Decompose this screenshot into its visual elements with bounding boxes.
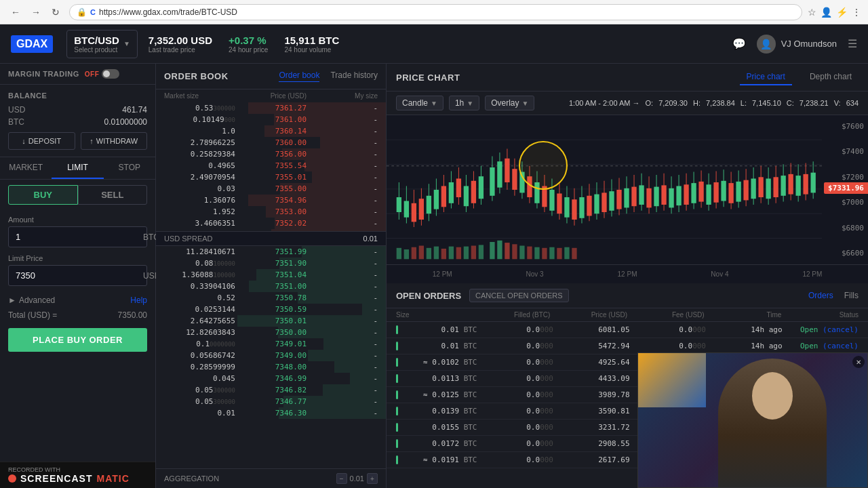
agg-decrease-button[interactable]: − xyxy=(336,473,347,484)
open-value: 7,209.30 xyxy=(658,99,688,107)
tab-stop[interactable]: STOP xyxy=(104,157,155,179)
main-content: MARGIN TRADING OFF BALANCE USD 461.74 BT… xyxy=(0,64,868,488)
table-row[interactable]: 0.01 BTC 0.0000 6081.05 0.0000 14h ago O… xyxy=(387,322,868,338)
ask-row[interactable]: 0.4965 7355.54 - xyxy=(156,160,386,171)
message-icon[interactable]: 💬 xyxy=(732,37,746,50)
volume-label: V: xyxy=(834,99,841,107)
order-status: Open (cancel) xyxy=(783,342,859,350)
bid-row[interactable]: 0.05300000 7346.82 - xyxy=(156,384,386,396)
tab-market[interactable]: MARKET xyxy=(0,157,52,179)
nav-trade-history[interactable]: Trade history xyxy=(330,70,378,82)
bid-row[interactable]: 2.64275655 7350.01 - xyxy=(156,315,386,327)
svg-rect-31 xyxy=(490,167,494,196)
bid-row[interactable]: 0.05300000 7346.77 - xyxy=(156,396,386,407)
toggle-button[interactable] xyxy=(102,69,119,79)
candle-dropdown[interactable]: Candle ▼ xyxy=(396,96,443,110)
ask-row[interactable]: 3.4606351 7352.02 - xyxy=(156,218,386,229)
menu-icon[interactable]: ⋮ xyxy=(852,7,861,18)
bid-row[interactable]: 0.0253144 7350.59 - xyxy=(156,304,386,315)
tab-fills[interactable]: Fills xyxy=(844,291,859,300)
right-panel: PRICE CHART Price chart Depth chart Cand… xyxy=(387,64,868,488)
ask-row[interactable]: 0.53300000 7361.27 - xyxy=(156,102,386,114)
address-bar[interactable]: 🔒 C https://www.gdax.com/trade/BTC-USD xyxy=(69,4,802,20)
extension-icon[interactable]: ⚡ xyxy=(836,7,848,18)
cancel-order-link[interactable]: (cancel) xyxy=(823,325,859,334)
timeframe-dropdown[interactable]: 1h ▼ xyxy=(449,96,479,110)
tab-orders[interactable]: Orders xyxy=(808,291,833,300)
cancel-order-link[interactable]: (cancel) xyxy=(823,342,859,350)
timeframe-chevron-icon: ▼ xyxy=(467,100,473,107)
bid-row[interactable]: 0.28599999 7348.00 - xyxy=(156,361,386,373)
svg-rect-13 xyxy=(419,199,424,220)
bid-my-size: - xyxy=(307,397,378,406)
order-fee: 0.0000 xyxy=(630,342,707,350)
ask-size: 0.10149000 xyxy=(164,115,235,124)
ask-row[interactable]: 0.25829384 7356.00 - xyxy=(156,148,386,160)
profile-icon[interactable]: 👤 xyxy=(821,7,832,18)
bid-row[interactable]: 12.82603843 7350.00 - xyxy=(156,327,386,338)
agg-increase-button[interactable]: + xyxy=(367,473,378,484)
bid-row[interactable]: 0.08100000 7351.90 - xyxy=(156,258,386,269)
withdraw-button[interactable]: ↑ WITHDRAW xyxy=(81,132,148,150)
order-filled: 0.0000 xyxy=(477,455,554,464)
product-selector[interactable]: BTC/USD Select product ▼ xyxy=(66,30,138,58)
ask-row[interactable]: 0.10149000 7361.00 - xyxy=(156,114,386,125)
video-face xyxy=(752,372,793,420)
ask-row[interactable]: 0.90800489 7352.01 - xyxy=(156,229,386,231)
svg-rect-128 xyxy=(471,246,476,260)
cancel-all-orders-button[interactable]: CANCEL OPEN ORDERS xyxy=(469,289,569,302)
ask-my-size: - xyxy=(307,207,378,216)
ask-row[interactable]: 1.0 7360.14 - xyxy=(156,125,386,137)
ask-row[interactable]: 1.952 7353.00 - xyxy=(156,206,386,218)
logo: GDAX xyxy=(11,35,53,53)
bid-row[interactable]: 0.01 7346.30 - xyxy=(156,407,386,419)
video-close-button[interactable]: ✕ xyxy=(852,356,865,368)
ask-row[interactable]: 2.49070954 7355.01 - xyxy=(156,171,386,183)
amount-input[interactable] xyxy=(9,227,136,247)
ask-price: 7355.01 xyxy=(235,173,307,182)
candle-time-range: 1:00 AM - 2:00 AM → xyxy=(569,99,640,107)
nav-order-book[interactable]: Order book xyxy=(279,70,319,82)
menu-hamburger-icon[interactable]: ☰ xyxy=(848,37,857,50)
ask-row[interactable]: 1.36076 7354.96 - xyxy=(156,195,386,206)
bid-row[interactable]: 0.045 7346.99 - xyxy=(156,373,386,384)
username: VJ Omundson xyxy=(781,39,837,49)
svg-rect-27 xyxy=(471,181,476,203)
limit-price-input[interactable] xyxy=(9,266,136,285)
bid-row[interactable]: 0.52 7350.78 - xyxy=(156,292,386,304)
bid-row[interactable]: 11.28410671 7351.99 - xyxy=(156,246,386,258)
svg-rect-103 xyxy=(758,177,763,197)
bid-size: 0.10000000 xyxy=(164,340,235,348)
help-link[interactable]: Help xyxy=(130,296,147,305)
refresh-button[interactable]: ↻ xyxy=(47,5,64,19)
tab-limit[interactable]: LIMIT xyxy=(52,157,103,179)
deposit-button[interactable]: ↓ DEPOSIT xyxy=(8,132,75,150)
tab-price-chart[interactable]: Price chart xyxy=(740,69,792,85)
price-label-6600: $6600 xyxy=(822,249,868,258)
bid-row[interactable]: 1.36088100000 7351.04 - xyxy=(156,269,386,281)
order-size: 0.0113 BTC xyxy=(401,374,477,383)
advanced-label: ► Advanced xyxy=(8,296,55,305)
svg-rect-121 xyxy=(419,246,424,260)
svg-rect-133 xyxy=(512,244,517,259)
ask-row[interactable]: 2.78966225 7360.00 - xyxy=(156,137,386,148)
screencast-brand: SCREENCAST MATIC xyxy=(8,473,130,484)
svg-rect-135 xyxy=(527,247,532,260)
bid-row[interactable]: 0.05686742 7349.00 - xyxy=(156,350,386,361)
overlay-dropdown[interactable]: Overlay ▼ xyxy=(485,96,534,110)
order-status: Open (cancel) xyxy=(783,325,859,334)
bookmark-icon[interactable]: ☆ xyxy=(808,7,816,18)
order-price: 5472.94 xyxy=(553,342,630,350)
bid-row[interactable]: 0.10000000 7349.01 - xyxy=(156,338,386,350)
back-button[interactable]: ← xyxy=(7,5,24,19)
place-order-button[interactable]: PLACE BUY ORDER xyxy=(8,328,147,352)
margin-toggle[interactable]: OFF xyxy=(85,69,120,79)
svg-rect-124 xyxy=(441,249,446,259)
tab-depth-chart[interactable]: Depth chart xyxy=(803,69,859,85)
advanced-row[interactable]: ► Advanced Help xyxy=(8,293,147,308)
buy-tab[interactable]: BUY xyxy=(8,185,78,205)
forward-button[interactable]: → xyxy=(27,5,45,19)
bid-row[interactable]: 0.33904106 7351.00 - xyxy=(156,281,386,292)
ask-row[interactable]: 0.03 7355.00 - xyxy=(156,183,386,195)
sell-tab[interactable]: SELL xyxy=(78,185,148,205)
